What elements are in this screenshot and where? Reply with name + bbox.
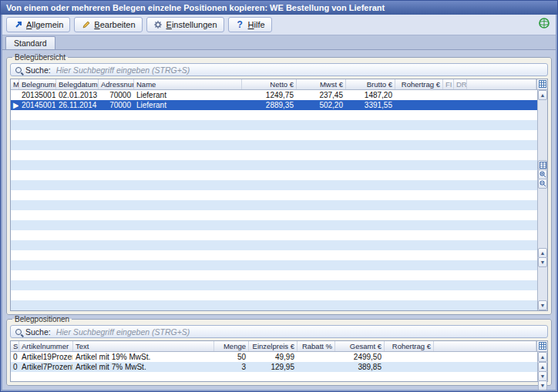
grid-options-button[interactable] xyxy=(536,79,547,89)
position-table-body: 0Artikel19ProzentArtikel mit 19% MwSt.50… xyxy=(11,352,537,381)
scroll-up-button[interactable]: ▲ xyxy=(538,90,547,100)
cell-artikelnummer: Artikel7Prozent xyxy=(19,362,73,372)
pencil-icon xyxy=(81,20,91,30)
column-header-fi[interactable]: FI xyxy=(443,79,454,89)
column-header-netto[interactable]: Netto € xyxy=(242,79,297,89)
grid-options-button[interactable] xyxy=(536,341,547,351)
column-header-filler xyxy=(467,79,536,89)
column-header-text[interactable]: Text xyxy=(73,341,214,351)
column-header-s[interactable]: S xyxy=(11,341,19,351)
cell-adressnummer: 70000 xyxy=(99,90,134,100)
column-header-rabatt[interactable]: Rabatt % xyxy=(297,341,335,351)
application-window: Von einem oder mehreren Belegen einzelne… xyxy=(0,0,558,392)
question-mark-icon: ? xyxy=(235,20,245,30)
grid-icon xyxy=(539,342,546,351)
column-header-adressnummer[interactable]: Adressnumm xyxy=(99,79,134,89)
einstellungen-button[interactable]: Einstellungen xyxy=(146,17,224,32)
position-search-bar: Suche: xyxy=(10,325,548,338)
belegpositionen-legend: Belegpositionen xyxy=(12,315,72,323)
cell-dr xyxy=(454,90,467,100)
scroll-track[interactable] xyxy=(538,189,547,249)
main-content: Belegübersicht Suche: M Belegnumme Beleg… xyxy=(2,50,556,390)
cell-text: Artikel mit 7% MwSt. xyxy=(73,362,214,372)
table-row[interactable]: 0Artikel19ProzentArtikel mit 19% MwSt.50… xyxy=(11,352,537,362)
cell-mwst: 237,45 xyxy=(297,90,346,100)
beleguebersicht-group: Belegübersicht Suche: M Belegnumme Beleg… xyxy=(6,53,552,315)
tab-standard[interactable]: Standard xyxy=(5,36,55,49)
cell-belegnummer: 20135001 xyxy=(19,90,56,100)
column-header-artikelnummer[interactable]: Artikelnummer xyxy=(19,341,73,351)
zoom-out-button[interactable] xyxy=(538,179,547,189)
column-header-rohertrag[interactable]: Rohertrag € xyxy=(385,341,434,351)
cell-m xyxy=(11,90,19,100)
search-label: Suche: xyxy=(25,65,51,75)
allgemein-button[interactable]: Allgemein xyxy=(6,17,70,32)
position-table-main: 0Artikel19ProzentArtikel mit 19% MwSt.50… xyxy=(11,352,547,381)
column-header-belegdatum[interactable]: Belegdatum xyxy=(56,79,99,89)
column-header-m[interactable]: M xyxy=(11,79,19,89)
table-row[interactable]: ▶2014500126.11.2014 /M70000Lieferant2889… xyxy=(11,100,537,110)
cell-menge: 3 xyxy=(214,362,249,372)
beleg-scrollbar: ▲ ▲ xyxy=(537,90,547,310)
cell-gesamt: 2499,50 xyxy=(335,352,385,362)
position-table: S Artikelnummer Text Menge Einzelpreis €… xyxy=(10,340,548,382)
search-icon xyxy=(15,67,22,73)
cell-brutto: 3391,55 xyxy=(346,100,395,110)
cell-netto: 2889,35 xyxy=(242,100,297,110)
scroll-up-button[interactable]: ▲ xyxy=(538,352,547,362)
cell-gesamt: 389,85 xyxy=(335,362,385,372)
cell-rabatt xyxy=(297,362,335,372)
grid-view-button[interactable] xyxy=(538,160,547,170)
column-header-brutto[interactable]: Brutto € xyxy=(346,79,395,89)
zoom-in-button[interactable] xyxy=(538,169,547,179)
grid-icon xyxy=(539,80,546,89)
cell-rohertrag xyxy=(395,100,443,110)
column-header-rohertrag[interactable]: Rohertrag € xyxy=(395,79,443,89)
tab-strip: Standard xyxy=(2,35,556,50)
cell-belegnummer: 20145001 xyxy=(19,100,56,110)
cell-name: Lieferant xyxy=(134,100,242,110)
column-header-gesamt[interactable]: Gesamt € xyxy=(335,341,385,351)
cell-fi xyxy=(443,100,454,110)
column-header-menge[interactable]: Menge xyxy=(214,341,249,351)
position-scrollbar: ▲ ▲ ▼ ▼ xyxy=(537,352,547,381)
bearbeiten-button[interactable]: Bearbeiten xyxy=(74,17,142,32)
online-update-button[interactable] xyxy=(536,17,552,32)
beleguebersicht-legend: Belegübersicht xyxy=(12,53,68,62)
scroll-track[interactable] xyxy=(538,100,547,160)
position-search-input[interactable] xyxy=(55,327,543,337)
table-row[interactable]: 0Artikel7ProzentArtikel mit 7% MwSt.3129… xyxy=(11,362,537,372)
beleg-search-input[interactable] xyxy=(55,65,543,75)
cell-dr xyxy=(454,100,467,110)
cell-belegdatum: 26.11.2014 /M xyxy=(56,100,99,110)
beleg-table-main: 2013500102.01.2013 /M70000Lieferant1249,… xyxy=(11,90,547,310)
gear-icon xyxy=(153,20,163,30)
row-down-button[interactable]: ▼ xyxy=(538,257,547,267)
cell-m: ▶ xyxy=(11,100,19,110)
position-table-header: S Artikelnummer Text Menge Einzelpreis €… xyxy=(11,341,547,352)
cell-einzelpreis: 129,95 xyxy=(249,362,297,372)
scroll-down-button[interactable]: ▼ xyxy=(538,300,547,310)
column-header-einzelpreis[interactable]: Einzelpreis € xyxy=(249,341,297,351)
column-header-mwst[interactable]: Mwst € xyxy=(297,79,346,89)
scroll-track[interactable] xyxy=(538,267,547,300)
title-bar[interactable]: Von einem oder mehreren Belegen einzelne… xyxy=(1,1,557,15)
table-row[interactable]: 2013500102.01.2013 /M70000Lieferant1249,… xyxy=(11,90,537,100)
search-label: Suche: xyxy=(25,327,51,337)
cell-belegdatum: 02.01.2013 /M xyxy=(56,90,99,100)
scroll-down-button[interactable]: ▼ xyxy=(538,380,547,390)
cell-adressnummer: 70000 xyxy=(99,100,134,110)
cell-s: 0 xyxy=(11,352,19,362)
hilfe-button[interactable]: ? Hilfe xyxy=(228,17,272,32)
cell-fi xyxy=(443,90,454,100)
column-header-dr[interactable]: DR xyxy=(454,79,467,89)
cell-name: Lieferant xyxy=(134,90,242,100)
hilfe-label: Hilfe xyxy=(248,20,265,29)
beleg-search-bar: Suche: xyxy=(10,63,548,76)
column-header-belegnummer[interactable]: Belegnumme xyxy=(19,79,56,89)
window-title: Von einem oder mehreren Belegen einzelne… xyxy=(6,3,385,12)
belegpositionen-group: Belegpositionen Suche: S Artikelnummer T… xyxy=(6,315,552,386)
column-header-name[interactable]: Name xyxy=(134,79,242,89)
cell-einzelpreis: 49,99 xyxy=(249,352,297,362)
beleg-table-header: M Belegnumme Belegdatum Adressnumm Name … xyxy=(11,79,547,90)
